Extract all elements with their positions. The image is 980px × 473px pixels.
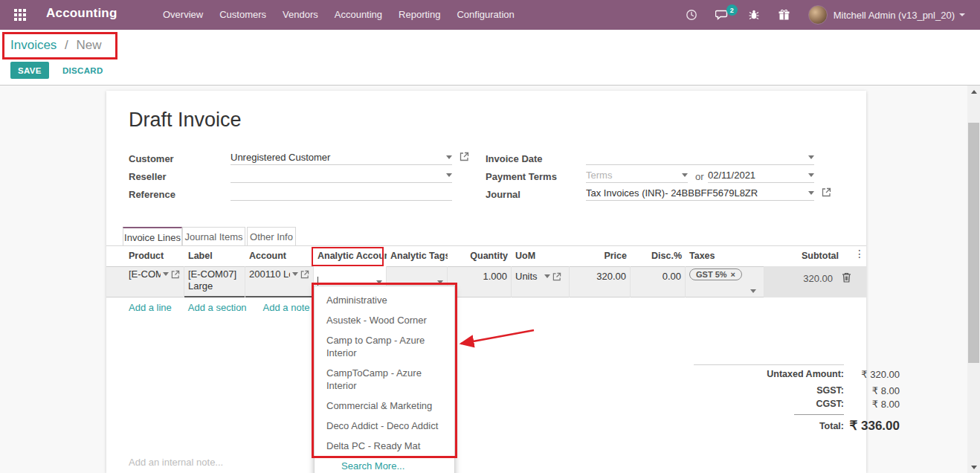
user-menu[interactable]: Mitchell Admin (v13_pnl_20) bbox=[799, 0, 974, 30]
menu-configuration[interactable]: Configuration bbox=[448, 0, 522, 30]
tab-invoice-lines[interactable]: Invoice Lines bbox=[123, 227, 182, 246]
apps-menu-icon[interactable] bbox=[6, 5, 34, 25]
col-header-price: Price bbox=[570, 245, 631, 266]
row-subtotal-cell: 320.00 bbox=[764, 266, 866, 297]
total-divider bbox=[794, 414, 844, 415]
add-a-line-link[interactable]: Add a line bbox=[129, 302, 172, 313]
untaxed-amount-value: ₹ 320.00 bbox=[844, 369, 900, 380]
breadcrumb-invoices-link[interactable]: Invoices bbox=[10, 38, 57, 52]
menu-overview[interactable]: Overview bbox=[155, 0, 211, 30]
payment-terms-placeholder: Terms bbox=[586, 170, 682, 181]
journal-field[interactable]: Tax Invoices (INR)- 24BBBFF5679L8ZR bbox=[586, 186, 814, 201]
chevron-down-icon[interactable] bbox=[808, 173, 814, 177]
vertical-scrollbar[interactable] bbox=[967, 86, 980, 473]
scroll-up-arrow[interactable] bbox=[967, 86, 980, 97]
col-header-disc: Disc.% bbox=[631, 245, 686, 266]
row-taxes-cell[interactable]: GST 5% × bbox=[686, 266, 764, 297]
menu-accounting[interactable]: Accounting bbox=[326, 0, 390, 30]
menu-customers[interactable]: Customers bbox=[211, 0, 274, 30]
dropdown-option[interactable]: Delta PC - Ready Mat bbox=[315, 436, 454, 456]
row-disc-cell[interactable]: 0.00 bbox=[631, 266, 686, 297]
chevron-down-icon[interactable] bbox=[544, 274, 550, 278]
internal-note-placeholder[interactable]: Add an internal note... bbox=[129, 457, 223, 468]
journal-external-link-icon[interactable] bbox=[822, 187, 831, 197]
reference-field[interactable] bbox=[231, 186, 452, 201]
add-a-note-link[interactable]: Add a note bbox=[263, 302, 310, 313]
dropdown-option[interactable]: CampToCamp - Azure Interior bbox=[315, 363, 454, 396]
col-header-analytic-account: Analytic Account bbox=[314, 245, 387, 266]
customer-field[interactable]: Unregistered Customer bbox=[231, 150, 452, 165]
chevron-down-icon bbox=[959, 13, 965, 16]
gift-icon[interactable] bbox=[769, 0, 799, 30]
activities-clock-icon[interactable] bbox=[677, 0, 706, 30]
customer-external-link-icon[interactable] bbox=[460, 152, 469, 161]
bug-icon[interactable] bbox=[739, 0, 769, 30]
row-account-cell[interactable]: 200110 Lo bbox=[245, 266, 314, 297]
chevron-down-icon[interactable] bbox=[682, 173, 688, 177]
col-header-product: Product bbox=[125, 245, 184, 266]
dropdown-option[interactable]: Commercial & Marketing bbox=[315, 396, 454, 416]
tab-journal-items[interactable]: Journal Items bbox=[182, 227, 245, 246]
total-label: Total: bbox=[608, 418, 844, 434]
row-label-cell[interactable]: [E-COM07] Large bbox=[184, 266, 245, 297]
reseller-label: Reseller bbox=[129, 171, 167, 182]
breadcrumb: Invoices / New bbox=[10, 38, 102, 53]
chevron-down-icon[interactable] bbox=[750, 289, 756, 293]
total-row: Total: ₹ 336.00 bbox=[608, 418, 900, 434]
row-quantity-value: 1.000 bbox=[483, 271, 507, 282]
row-quantity-cell[interactable]: 1.000 bbox=[448, 266, 512, 297]
row-uom-cell[interactable]: Units bbox=[512, 266, 570, 297]
reference-label: Reference bbox=[129, 189, 175, 200]
dropdown-option[interactable]: Deco Addict - Deco Addict bbox=[315, 416, 454, 436]
due-date-field[interactable]: 02/11/2021 bbox=[708, 168, 814, 183]
top-navbar: Accounting Overview Customers Vendors Ac… bbox=[0, 0, 980, 30]
search-more-link[interactable]: Search More... bbox=[315, 456, 454, 473]
due-date-value: 02/11/2021 bbox=[708, 170, 808, 181]
row-label-value: [E-COM07] Large bbox=[188, 268, 236, 292]
delete-line-trash-icon[interactable] bbox=[842, 272, 851, 283]
invoice-date-label: Invoice Date bbox=[486, 153, 543, 164]
menu-vendors[interactable]: Vendors bbox=[274, 0, 326, 30]
optional-columns-icon[interactable]: ⋮ bbox=[854, 248, 865, 260]
add-a-section-link[interactable]: Add a section bbox=[188, 302, 247, 313]
row-price-cell[interactable]: 320.00 bbox=[570, 266, 631, 297]
chevron-down-icon[interactable] bbox=[437, 280, 443, 284]
chevron-down-icon[interactable] bbox=[376, 280, 382, 284]
customer-value: Unregistered Customer bbox=[231, 152, 446, 163]
user-name: Mitchell Admin (v13_pnl_20) bbox=[834, 10, 955, 21]
discard-button[interactable]: DISCARD bbox=[55, 62, 111, 79]
invoice-date-field[interactable] bbox=[586, 150, 814, 165]
col-header-analytic-tags: Analytic Tags bbox=[387, 245, 448, 266]
col-header-uom: UoM bbox=[512, 245, 570, 266]
sgst-row: SGST: ₹ 8.00 bbox=[608, 385, 900, 396]
col-header-taxes: Taxes bbox=[686, 245, 764, 266]
chevron-down-icon[interactable] bbox=[808, 191, 814, 195]
reseller-field[interactable] bbox=[231, 168, 452, 183]
chevron-down-icon[interactable] bbox=[163, 272, 169, 276]
chevron-down-icon[interactable] bbox=[446, 173, 452, 177]
remove-tax-icon[interactable]: × bbox=[731, 270, 735, 279]
dropdown-option[interactable]: Administrative bbox=[315, 290, 454, 310]
payment-terms-field[interactable]: Terms bbox=[586, 168, 688, 183]
sgst-label: SGST: bbox=[608, 385, 844, 396]
dropdown-option[interactable]: Camp to Camp - Azure Interior bbox=[315, 330, 454, 363]
control-panel: Invoices / New SAVE DISCARD bbox=[0, 30, 980, 86]
row-product-cell[interactable]: [E-COM07] bbox=[125, 266, 184, 297]
or-text: or bbox=[695, 171, 704, 182]
col-header-subtotal: Subtotal bbox=[764, 245, 842, 266]
chevron-down-icon[interactable] bbox=[446, 155, 452, 159]
sgst-value: ₹ 8.00 bbox=[844, 385, 900, 396]
row-subtotal-value: 320.00 bbox=[803, 273, 833, 284]
dropdown-option[interactable]: Asustek - Wood Corner bbox=[315, 310, 454, 330]
chevron-down-icon[interactable] bbox=[808, 155, 814, 159]
menu-reporting[interactable]: Reporting bbox=[390, 0, 448, 30]
col-header-label: Label bbox=[184, 245, 245, 266]
annotation-arrow bbox=[454, 324, 539, 350]
scroll-down-arrow[interactable] bbox=[967, 461, 980, 473]
messages-icon[interactable]: 2 bbox=[706, 0, 739, 30]
save-button[interactable]: SAVE bbox=[10, 62, 49, 79]
scrollbar-thumb[interactable] bbox=[968, 123, 979, 363]
chevron-down-icon[interactable] bbox=[292, 272, 298, 276]
row-price-value: 320.00 bbox=[596, 271, 626, 282]
tab-other-info[interactable]: Other Info bbox=[247, 227, 296, 246]
